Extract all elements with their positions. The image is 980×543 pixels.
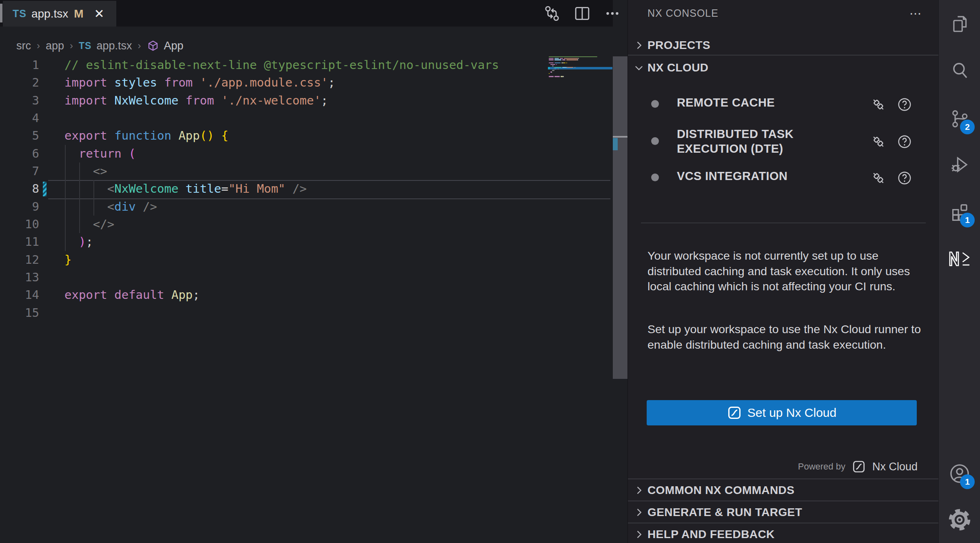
activity-item-nx-console[interactable]	[939, 243, 980, 274]
minimap-line	[554, 58, 559, 59]
chevron-right-icon	[633, 485, 645, 496]
code-line[interactable]: 12}	[0, 251, 613, 269]
minimap-line	[549, 73, 550, 74]
symbol-cube-icon	[147, 40, 159, 52]
code-text	[39, 109, 64, 127]
code-area[interactable]: 1// eslint-disable-next-line @typescript…	[0, 56, 613, 322]
split-editor-icon[interactable]	[573, 4, 592, 23]
compare-changes-icon[interactable]	[543, 4, 561, 23]
minimap-line	[577, 59, 578, 60]
minimap-line	[554, 76, 560, 77]
code-line[interactable]: 3import NxWelcome from './nx-welcome';	[0, 92, 613, 109]
code-line[interactable]: 1// eslint-disable-next-line @typescript…	[0, 56, 613, 74]
divider	[628, 523, 939, 523]
overview-ruler-cursor-mark	[613, 136, 627, 138]
panel-resize-sash[interactable]	[613, 56, 627, 379]
section-generate-run-target[interactable]: GENERATE & RUN TARGET	[628, 502, 939, 523]
setup-nx-cloud-button[interactable]: Set up Nx Cloud	[647, 400, 917, 425]
line-number: 6	[0, 145, 39, 162]
connect-plug-icon[interactable]	[871, 134, 886, 151]
divider	[641, 223, 926, 223]
activity-item-settings[interactable]	[939, 504, 980, 535]
breadcrumb: src › app › TS app.tsx › App	[16, 37, 184, 55]
activity-item-source-control[interactable]: 2	[939, 103, 980, 134]
code-text	[39, 304, 64, 322]
breadcrumb-src[interactable]: src	[16, 40, 31, 52]
code-line[interactable]: 5export function App() {	[0, 127, 613, 145]
code-text: export function App() {	[39, 127, 228, 145]
minimap-line	[549, 76, 554, 77]
line-number: 10	[0, 216, 39, 233]
code-line[interactable]: 4	[0, 109, 613, 127]
chevron-right-icon	[633, 507, 645, 518]
line-number: 14	[0, 286, 39, 304]
code-line[interactable]: 13	[0, 269, 613, 286]
section-projects[interactable]: PROJECTS	[628, 36, 939, 55]
code-line[interactable]: 9 <div />	[0, 198, 613, 216]
activity-item-debug[interactable]	[939, 149, 980, 180]
help-icon[interactable]	[897, 134, 912, 151]
status-dot	[651, 100, 659, 108]
line-number: 11	[0, 233, 39, 251]
chevron-down-icon	[633, 62, 645, 73]
nx-cloud-icon	[852, 460, 866, 474]
section-nx-cloud[interactable]: NX CLOUD	[628, 56, 939, 79]
breadcrumb-symbol[interactable]: App	[164, 40, 184, 52]
status-dot	[651, 137, 659, 145]
code-line[interactable]: 2import styles from './app.module.css';	[0, 74, 613, 91]
activity-item-extensions[interactable]: 1	[939, 196, 980, 227]
panel-header: NX CONSOLE ⋯	[628, 0, 939, 26]
nx-cloud-feature-row: REMOTE CACHE	[628, 95, 939, 113]
activity-item-explorer[interactable]	[939, 8, 980, 39]
code-line[interactable]: 6 return (	[0, 145, 613, 162]
code-text: return (	[39, 145, 136, 162]
minimap[interactable]	[548, 56, 612, 84]
feature-label: REMOTE CACHE	[677, 95, 816, 110]
section-label: COMMON NX COMMANDS	[647, 484, 794, 497]
code-text: </>	[39, 216, 114, 233]
code-text: <NxWelcome title="Hi Mom" />	[39, 180, 307, 198]
breadcrumb-file[interactable]: app.tsx	[96, 40, 132, 52]
minimap-line	[552, 70, 554, 71]
minimap-line	[560, 58, 563, 59]
code-line[interactable]: 10 </>	[0, 216, 613, 233]
editor-region: TS app.tsx M ✕	[0, 0, 613, 543]
close-icon[interactable]: ✕	[94, 7, 104, 21]
tab-app-tsx[interactable]: TS app.tsx M ✕	[3, 1, 116, 27]
help-icon[interactable]	[897, 170, 912, 187]
code-line[interactable]: 8 <NxWelcome title="Hi Mom" />	[0, 180, 613, 198]
nx-cloud-icon	[727, 405, 742, 420]
more-actions-icon[interactable]: ⋯	[909, 0, 922, 26]
modified-indicator: M	[74, 7, 83, 20]
debug-icon	[949, 155, 970, 175]
connect-plug-icon[interactable]	[871, 97, 886, 114]
chevron-right-icon	[633, 529, 645, 540]
minimap-line	[552, 65, 554, 66]
more-actions-icon[interactable]	[603, 4, 622, 23]
minimap-line	[563, 76, 564, 77]
tab-filename: app.tsx	[31, 7, 68, 20]
section-help-and-feedback[interactable]: HELP AND FEEDBACK	[628, 524, 939, 543]
nx-cloud-feature-row: VCS INTEGRATION	[628, 169, 939, 187]
setup-hint-text: Set up your workspace to use the Nx Clou…	[647, 322, 922, 352]
divider	[628, 55, 939, 56]
minimap-line	[554, 62, 561, 63]
line-number: 4	[0, 109, 39, 127]
activity-item-search[interactable]	[939, 55, 980, 86]
help-icon[interactable]	[897, 97, 912, 114]
section-common-nx-commands[interactable]: COMMON NX COMMANDS	[628, 480, 939, 501]
setup-button-label: Set up Nx Cloud	[747, 406, 836, 420]
feature-label: DISTRIBUTED TASK EXECUTION (DTE)	[677, 127, 816, 156]
code-line[interactable]: 15	[0, 304, 613, 322]
overview-ruler-modified-mark	[613, 138, 618, 150]
breadcrumb-app[interactable]: app	[46, 40, 64, 52]
code-line[interactable]: 11 );	[0, 233, 613, 251]
line-number: 7	[0, 162, 39, 180]
code-line[interactable]: 7 <>	[0, 162, 613, 180]
minimap-line	[578, 58, 579, 59]
code-text	[39, 269, 64, 286]
activity-item-account[interactable]: 1	[939, 458, 980, 489]
connect-plug-icon[interactable]	[871, 170, 886, 187]
section-label: GENERATE & RUN TARGET	[647, 506, 802, 519]
code-line[interactable]: 14export default App;	[0, 286, 613, 304]
